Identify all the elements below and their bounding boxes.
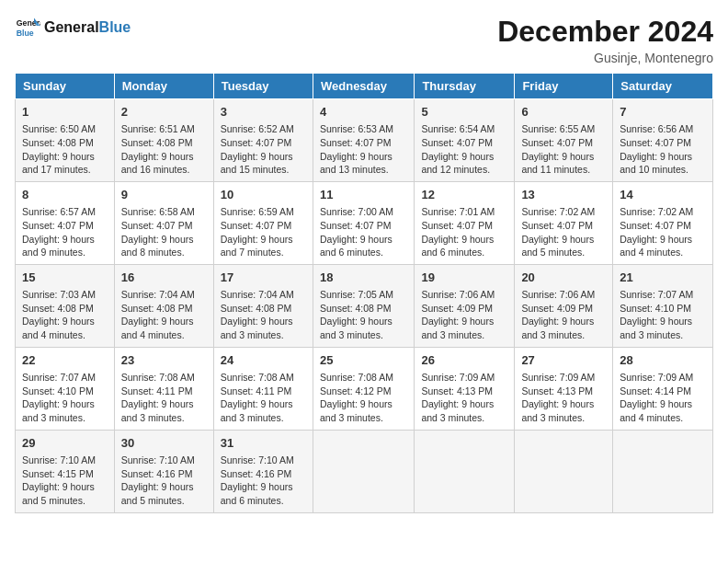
day-cell: 13 Sunrise: 7:02 AM Sunset: 4:07 PM Dayl…: [515, 181, 613, 264]
day-info: Sunrise: 6:58 AM Sunset: 4:07 PM Dayligh…: [121, 205, 207, 259]
week-row-5: 29 Sunrise: 7:10 AM Sunset: 4:15 PM Dayl…: [16, 430, 713, 512]
logo-text-block: GeneralBlue: [44, 19, 131, 36]
header-day-tuesday: Tuesday: [213, 74, 313, 99]
day-cell: 7 Sunrise: 6:56 AM Sunset: 4:07 PM Dayli…: [613, 99, 713, 182]
calendar-table: SundayMondayTuesdayWednesdayThursdayFrid…: [15, 73, 713, 513]
day-cell: 12 Sunrise: 7:01 AM Sunset: 4:07 PM Dayl…: [415, 181, 515, 264]
header-day-wednesday: Wednesday: [313, 74, 414, 99]
day-number: 29: [22, 435, 108, 452]
day-info: Sunrise: 7:03 AM Sunset: 4:08 PM Dayligh…: [22, 288, 108, 342]
day-info: Sunrise: 7:10 AM Sunset: 4:16 PM Dayligh…: [221, 454, 306, 508]
header-day-saturday: Saturday: [613, 74, 713, 99]
day-info: Sunrise: 7:02 AM Sunset: 4:07 PM Dayligh…: [521, 205, 606, 259]
day-info: Sunrise: 7:07 AM Sunset: 4:10 PM Dayligh…: [620, 288, 706, 342]
page-container: General Blue GeneralBlue December 2024 G…: [15, 15, 713, 513]
day-number: 21: [620, 270, 706, 286]
day-cell: 5 Sunrise: 6:54 AM Sunset: 4:07 PM Dayli…: [415, 99, 515, 182]
day-cell: 10 Sunrise: 6:59 AM Sunset: 4:07 PM Dayl…: [213, 181, 313, 264]
day-info: Sunrise: 7:10 AM Sunset: 4:16 PM Dayligh…: [121, 454, 207, 508]
logo-general: General: [44, 19, 99, 35]
day-info: Sunrise: 7:00 AM Sunset: 4:07 PM Dayligh…: [320, 205, 407, 259]
day-cell: [415, 430, 515, 512]
day-info: Sunrise: 7:06 AM Sunset: 4:09 PM Dayligh…: [521, 288, 606, 342]
day-cell: 8 Sunrise: 6:57 AM Sunset: 4:07 PM Dayli…: [16, 181, 115, 264]
month-title: December 2024: [497, 15, 713, 49]
day-cell: 27 Sunrise: 7:09 AM Sunset: 4:13 PM Dayl…: [515, 347, 613, 430]
day-number: 31: [221, 435, 306, 452]
day-number: 17: [221, 270, 306, 286]
day-cell: 31 Sunrise: 7:10 AM Sunset: 4:16 PM Dayl…: [213, 430, 313, 512]
day-cell: 4 Sunrise: 6:53 AM Sunset: 4:07 PM Dayli…: [313, 99, 414, 182]
day-info: Sunrise: 7:04 AM Sunset: 4:08 PM Dayligh…: [121, 288, 207, 342]
day-cell: 19 Sunrise: 7:06 AM Sunset: 4:09 PM Dayl…: [415, 264, 515, 347]
day-info: Sunrise: 7:02 AM Sunset: 4:07 PM Dayligh…: [620, 205, 706, 259]
day-cell: 21 Sunrise: 7:07 AM Sunset: 4:10 PM Dayl…: [613, 264, 713, 347]
day-cell: [313, 430, 414, 512]
day-number: 24: [221, 352, 306, 369]
day-info: Sunrise: 7:05 AM Sunset: 4:08 PM Dayligh…: [320, 288, 407, 342]
day-cell: 26 Sunrise: 7:09 AM Sunset: 4:13 PM Dayl…: [415, 347, 515, 430]
day-number: 20: [521, 270, 606, 286]
day-cell: 29 Sunrise: 7:10 AM Sunset: 4:15 PM Dayl…: [16, 430, 115, 512]
week-row-1: 1 Sunrise: 6:50 AM Sunset: 4:08 PM Dayli…: [16, 99, 713, 182]
day-number: 23: [121, 352, 207, 369]
day-number: 12: [421, 187, 507, 203]
day-info: Sunrise: 6:50 AM Sunset: 4:08 PM Dayligh…: [22, 122, 108, 177]
day-cell: 15 Sunrise: 7:03 AM Sunset: 4:08 PM Dayl…: [16, 264, 115, 347]
day-number: 19: [421, 270, 507, 286]
header-row: SundayMondayTuesdayWednesdayThursdayFrid…: [16, 74, 713, 99]
day-info: Sunrise: 6:55 AM Sunset: 4:07 PM Dayligh…: [521, 122, 606, 177]
day-cell: 28 Sunrise: 7:09 AM Sunset: 4:14 PM Dayl…: [613, 347, 713, 430]
logo-blue: Blue: [99, 19, 131, 35]
header-day-thursday: Thursday: [415, 74, 515, 99]
header: General Blue GeneralBlue December 2024 G…: [15, 15, 713, 65]
day-info: Sunrise: 6:59 AM Sunset: 4:07 PM Dayligh…: [221, 205, 306, 259]
day-cell: 16 Sunrise: 7:04 AM Sunset: 4:08 PM Dayl…: [114, 264, 213, 347]
day-number: 18: [320, 270, 407, 286]
location-title: Gusinje, Montenegro: [497, 51, 713, 65]
day-number: 27: [521, 352, 606, 369]
day-info: Sunrise: 7:09 AM Sunset: 4:13 PM Dayligh…: [421, 371, 507, 425]
day-info: Sunrise: 7:07 AM Sunset: 4:10 PM Dayligh…: [22, 371, 108, 425]
day-cell: 9 Sunrise: 6:58 AM Sunset: 4:07 PM Dayli…: [114, 181, 213, 264]
day-number: 5: [421, 104, 507, 121]
svg-text:Blue: Blue: [17, 29, 34, 38]
day-cell: 30 Sunrise: 7:10 AM Sunset: 4:16 PM Dayl…: [114, 430, 213, 512]
day-info: Sunrise: 6:57 AM Sunset: 4:07 PM Dayligh…: [22, 205, 108, 259]
week-row-3: 15 Sunrise: 7:03 AM Sunset: 4:08 PM Dayl…: [16, 264, 713, 347]
day-info: Sunrise: 7:06 AM Sunset: 4:09 PM Dayligh…: [421, 288, 507, 342]
day-info: Sunrise: 7:08 AM Sunset: 4:11 PM Dayligh…: [121, 371, 207, 425]
week-row-4: 22 Sunrise: 7:07 AM Sunset: 4:10 PM Dayl…: [16, 347, 713, 430]
day-cell: 18 Sunrise: 7:05 AM Sunset: 4:08 PM Dayl…: [313, 264, 414, 347]
day-number: 1: [22, 104, 108, 121]
header-day-sunday: Sunday: [16, 74, 115, 99]
day-info: Sunrise: 7:04 AM Sunset: 4:08 PM Dayligh…: [221, 288, 306, 342]
day-number: 16: [121, 270, 207, 286]
day-cell: 24 Sunrise: 7:08 AM Sunset: 4:11 PM Dayl…: [213, 347, 313, 430]
day-number: 10: [221, 187, 306, 203]
day-number: 30: [121, 435, 207, 452]
title-area: December 2024 Gusinje, Montenegro: [497, 15, 713, 65]
day-number: 7: [620, 104, 706, 121]
day-info: Sunrise: 7:09 AM Sunset: 4:13 PM Dayligh…: [521, 371, 606, 425]
day-cell: [613, 430, 713, 512]
day-number: 4: [320, 104, 407, 121]
day-number: 15: [22, 270, 108, 286]
day-cell: 2 Sunrise: 6:51 AM Sunset: 4:08 PM Dayli…: [114, 99, 213, 182]
day-info: Sunrise: 7:10 AM Sunset: 4:15 PM Dayligh…: [22, 454, 108, 508]
day-cell: 14 Sunrise: 7:02 AM Sunset: 4:07 PM Dayl…: [613, 181, 713, 264]
day-cell: 20 Sunrise: 7:06 AM Sunset: 4:09 PM Dayl…: [515, 264, 613, 347]
day-info: Sunrise: 7:08 AM Sunset: 4:12 PM Dayligh…: [320, 371, 407, 425]
day-info: Sunrise: 7:01 AM Sunset: 4:07 PM Dayligh…: [421, 205, 507, 259]
day-info: Sunrise: 7:09 AM Sunset: 4:14 PM Dayligh…: [620, 371, 706, 425]
week-row-2: 8 Sunrise: 6:57 AM Sunset: 4:07 PM Dayli…: [16, 181, 713, 264]
day-number: 22: [22, 352, 108, 369]
day-number: 6: [521, 104, 606, 121]
day-info: Sunrise: 6:52 AM Sunset: 4:07 PM Dayligh…: [221, 122, 306, 177]
day-number: 13: [521, 187, 606, 203]
day-cell: 23 Sunrise: 7:08 AM Sunset: 4:11 PM Dayl…: [114, 347, 213, 430]
logo-icon: General Blue: [15, 15, 40, 40]
day-info: Sunrise: 6:53 AM Sunset: 4:07 PM Dayligh…: [320, 122, 407, 177]
day-cell: 3 Sunrise: 6:52 AM Sunset: 4:07 PM Dayli…: [213, 99, 313, 182]
day-info: Sunrise: 7:08 AM Sunset: 4:11 PM Dayligh…: [221, 371, 306, 425]
